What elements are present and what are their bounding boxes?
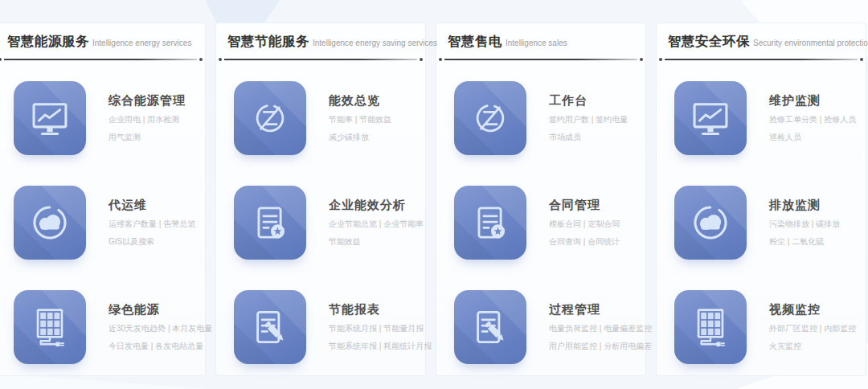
feature-text: 绿色能源 近30天发电趋势 | 本月发电量 今日发电量 | 各发电站总量 (108, 290, 194, 364)
feature-tile (14, 81, 86, 155)
feature-card[interactable]: 企业能效分析 企业节能总览 | 企业节能率 节能效益 (234, 186, 414, 260)
category-title-cn: 智慧节能服务 (227, 34, 309, 48)
feature-sub-line1: 电量负荷监控 | 电量偏差监控 (549, 325, 634, 333)
category-title-en: Intelligence energy services (92, 39, 191, 47)
category-panel: 智慧节能服务Intelligence energy saving service… (215, 23, 426, 376)
cloud-circle-icon (674, 186, 747, 260)
feature-text: 维护监测 抢修工单分类 | 抢修人员 巡检人员 (769, 81, 854, 155)
feature-sub-line2: 减少碳排放 (329, 133, 391, 141)
category-title-en: Intelligence energy saving services (313, 39, 437, 47)
header-underline (4, 59, 197, 60)
feature-title: 代运维 (108, 198, 194, 213)
feature-sub-line2: 用气监测 (108, 133, 186, 141)
feature-card[interactable]: 绿色能源 近30天发电趋势 | 本月发电量 今日发电量 | 各发电站总量 (14, 290, 194, 364)
header-underline (444, 59, 637, 60)
feature-card[interactable]: 能效总览 节能率 | 节能效益 减少碳排放 (234, 81, 414, 155)
feature-title: 视频监控 (769, 302, 854, 317)
card-list: 维护监测 抢修工单分类 | 抢修人员 巡检人员 排放监测 污染物排放 | 碳排放… (668, 81, 854, 364)
card-list: 综合能源管理 企业用电 | 用水检测 用气监测 代运维 运维客户数量 | 告警总… (7, 81, 194, 364)
header-dot (420, 58, 423, 61)
doc-pencil-icon (454, 290, 526, 364)
feature-sub-line1: 节能率 | 节能效益 (329, 116, 391, 124)
monitor-chart-icon (674, 81, 747, 155)
feature-tile (674, 186, 747, 260)
feature-tile (454, 186, 526, 260)
header-dot (0, 58, 2, 61)
feature-tile (674, 81, 747, 155)
feature-sub-line2: 合同查询 | 合同统计 (549, 238, 620, 246)
feature-text: 综合能源管理 企业用电 | 用水检测 用气监测 (108, 81, 186, 155)
feature-sub-line2: 粉尘 | 二氧化硫 (769, 238, 840, 246)
feature-text: 视频监控 外部厂区监控 | 内部监控 火灾监控 (769, 290, 854, 364)
z-circle-icon (234, 81, 306, 155)
feature-sub-line1: 节能系统月报 | 节能量月报 (329, 325, 414, 333)
feature-sub-line1: 企业用电 | 用水检测 (108, 116, 186, 124)
feature-text: 代运维 运维客户数量 | 告警总览 GIS以及搜索 (108, 186, 194, 260)
feature-text: 合同管理 模板合同 | 定制合同 合同查询 | 合同统计 (549, 186, 620, 260)
feature-sub-line2: 节能系统年报 | 耗能统计月报 (329, 342, 414, 350)
feature-card[interactable]: 代运维 运维客户数量 | 告警总览 GIS以及搜索 (14, 186, 194, 260)
feature-tile (234, 186, 306, 260)
feature-sub-line1: 运维客户数量 | 告警总览 (108, 220, 194, 228)
feature-sub-line2: GIS以及搜索 (108, 238, 194, 246)
header-dot (640, 58, 643, 61)
feature-title: 排放监测 (769, 198, 840, 213)
feature-card[interactable]: 维护监测 抢修工单分类 | 抢修人员 巡检人员 (674, 81, 854, 155)
feature-title: 能效总览 (329, 93, 391, 109)
feature-tile (234, 81, 306, 155)
category-panel: 智慧安全环保Security environmental protection … (656, 23, 866, 376)
monitor-chart-icon (14, 81, 86, 155)
feature-sub-line2: 用户用能监控 | 分析用电偏差 (549, 342, 634, 350)
feature-tile (14, 290, 86, 364)
feature-sub-line1: 近30天发电趋势 | 本月发电量 (108, 325, 194, 333)
feature-card[interactable]: 合同管理 模板合同 | 定制合同 合同查询 | 合同统计 (454, 186, 634, 260)
feature-sub-line1: 污染物排放 | 碳排放 (769, 220, 840, 228)
feature-sub-line1: 外部厂区监控 | 内部监控 (769, 325, 854, 333)
solar-panel-icon (14, 290, 86, 364)
z-circle-icon (454, 81, 526, 155)
feature-tile (674, 290, 747, 364)
doc-pencil-icon (234, 290, 306, 364)
feature-sub-line2: 火灾监控 (769, 342, 854, 350)
feature-sub-line1: 签约用户数 | 签约电量 (549, 116, 628, 124)
header-dot (439, 58, 442, 61)
feature-card[interactable]: 过程管理 电量负荷监控 | 电量偏差监控 用户用能监控 | 分析用电偏差 (454, 290, 634, 364)
category-title-cn: 智慧能源服务 (7, 34, 89, 48)
doc-star-icon (454, 186, 526, 260)
feature-title: 维护监测 (769, 93, 854, 109)
feature-sub-line1: 模板合同 | 定制合同 (549, 220, 620, 228)
feature-card[interactable]: 节能报表 节能系统月报 | 节能量月报 节能系统年报 | 耗能统计月报 (234, 290, 414, 364)
category-header: 智慧节能服务Intelligence energy saving service… (227, 33, 414, 59)
feature-text: 能效总览 节能率 | 节能效益 减少碳排放 (329, 81, 391, 155)
feature-card[interactable]: 视频监控 外部厂区监控 | 内部监控 火灾监控 (674, 290, 854, 364)
header-dot (659, 58, 662, 61)
feature-text: 排放监测 污染物排放 | 碳排放 粉尘 | 二氧化硫 (769, 186, 840, 260)
feature-card[interactable]: 排放监测 污染物排放 | 碳排放 粉尘 | 二氧化硫 (674, 186, 854, 260)
feature-sub-line1: 企业节能总览 | 企业节能率 (329, 220, 414, 228)
feature-card[interactable]: 工作台 签约用户数 | 签约电量 市场成员 (454, 81, 634, 155)
category-title-cn: 智慧安全环保 (668, 34, 750, 48)
feature-text: 过程管理 电量负荷监控 | 电量偏差监控 用户用能监控 | 分析用电偏差 (549, 290, 634, 364)
feature-title: 合同管理 (549, 198, 620, 213)
feature-tile (14, 186, 86, 260)
feature-sub-line2: 节能效益 (329, 238, 414, 246)
feature-sub-line2: 今日发电量 | 各发电站总量 (108, 342, 194, 350)
feature-card[interactable]: 综合能源管理 企业用电 | 用水检测 用气监测 (14, 81, 194, 155)
feature-text: 企业能效分析 企业节能总览 | 企业节能率 节能效益 (329, 186, 414, 260)
category-header: 智慧售电Intelligence sales (448, 33, 634, 59)
card-list: 工作台 签约用户数 | 签约电量 市场成员 合同管理 模板合同 | 定制合同 合… (448, 81, 634, 364)
feature-sub-line2: 巡检人员 (769, 133, 854, 141)
cloud-circle-icon (14, 186, 86, 260)
category-panel: 智慧售电Intelligence sales 工作台 签约用户数 | 签约电量 … (436, 23, 646, 376)
doc-star-icon (234, 186, 306, 260)
feature-sub-line1: 抢修工单分类 | 抢修人员 (769, 116, 854, 124)
feature-title: 节能报表 (329, 302, 414, 317)
feature-tile (454, 290, 526, 364)
feature-title: 工作台 (549, 93, 628, 109)
category-panel: 智慧能源服务Intelligence energy services 综合能源管… (0, 23, 206, 376)
feature-title: 过程管理 (549, 302, 634, 317)
header-underline (224, 59, 417, 60)
feature-tile (234, 290, 306, 364)
category-title-en: Security environmental protection (753, 39, 868, 47)
card-list: 能效总览 节能率 | 节能效益 减少碳排放 企业能效分析 企业节能总览 | 企业… (227, 81, 414, 364)
